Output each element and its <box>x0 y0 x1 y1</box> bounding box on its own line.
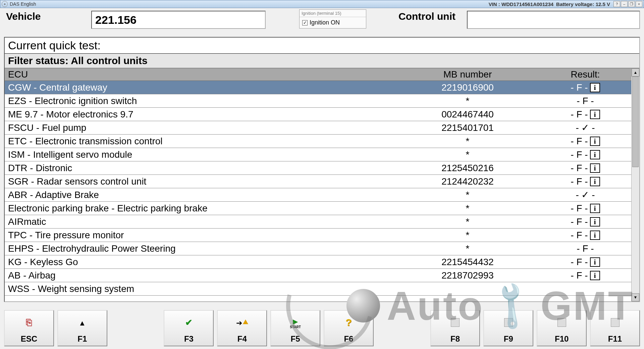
table-row[interactable]: ME 9.7 - Motor electronics 9.70024467440… <box>5 108 639 121</box>
scroll-up-icon[interactable]: ▲ <box>632 68 639 77</box>
mb-number-cell: 2215401701 <box>404 121 531 135</box>
table-row[interactable]: AB - Airbag2218702993- F -i <box>5 269 639 282</box>
col-header-mb[interactable]: MB number <box>404 68 531 81</box>
function-key-bar: ⎘ESCF1F3F4STARTF5F6F8F9F10F11 <box>4 310 640 346</box>
result-cell: - F -i <box>531 215 639 229</box>
fkey-f9[interactable]: F9 <box>483 310 533 346</box>
result-cell: - F -i <box>531 135 639 148</box>
mb-number-cell: * <box>404 148 531 161</box>
table-row[interactable]: Electronic parking brake - Electric park… <box>5 202 639 215</box>
table-header-row: ECU MB number Result: <box>5 68 639 81</box>
fkey-f11[interactable]: F11 <box>590 310 640 346</box>
table-row[interactable]: EHPS - Electrohydraulic Power Steering*-… <box>5 242 639 255</box>
mb-number-cell: * <box>404 215 531 229</box>
fkey-label: F9 <box>504 334 513 344</box>
scroll-down-icon[interactable]: ▼ <box>632 293 639 301</box>
mb-number-cell: 2125450216 <box>404 161 531 175</box>
app-name: DAS English <box>10 1 36 7</box>
vin-label: VIN : WDD1714561A001234 <box>489 1 553 7</box>
info-icon[interactable]: i <box>590 177 600 186</box>
ecu-name-cell: ME 9.7 - Motor electronics 9.7 <box>5 108 404 121</box>
table-row[interactable]: SGR - Radar sensors control unit21244202… <box>5 175 639 188</box>
vehicle-input[interactable]: 221.156 <box>91 11 266 29</box>
result-cell: - F -i <box>531 202 639 215</box>
col-header-ecu[interactable]: ECU <box>5 68 404 81</box>
minimize-button[interactable]: – <box>621 1 628 7</box>
table-row[interactable]: KG - Keyless Go2215454432- F -i <box>5 255 639 269</box>
ecu-table: ECU MB number Result: CGW - Central gate… <box>5 68 639 296</box>
result-text: - ✓ - <box>576 189 595 200</box>
result-text: - F - <box>571 82 588 93</box>
result-cell <box>531 282 639 296</box>
result-text: - F - <box>571 257 588 267</box>
fkey-f4[interactable]: F4 <box>217 310 267 346</box>
info-icon[interactable]: i <box>590 137 600 146</box>
ecu-name-cell: EHPS - Electrohydraulic Power Steering <box>5 242 404 255</box>
maximize-button[interactable]: ❐ <box>628 1 635 7</box>
info-icon[interactable]: i <box>590 217 600 227</box>
control-unit-input[interactable] <box>467 11 640 29</box>
fkey-f10[interactable]: F10 <box>537 310 587 346</box>
mb-number-cell: * <box>404 135 531 148</box>
table-row[interactable]: ISM - Intelligent servo module*- F -i <box>5 148 639 161</box>
result-text: - F - <box>571 109 588 120</box>
result-text: - F - <box>571 230 588 241</box>
info-icon[interactable]: i <box>590 257 600 267</box>
scroll-thumb[interactable] <box>632 77 639 167</box>
info-icon[interactable]: i <box>590 150 600 159</box>
panel-title: Current quick test: <box>5 38 639 54</box>
fkey-label: ESC <box>21 334 37 344</box>
result-cell: - F -i <box>531 175 639 188</box>
info-icon[interactable]: i <box>590 163 600 173</box>
fkey-esc[interactable]: ⎘ESC <box>4 310 54 346</box>
table-row[interactable]: CGW - Central gateway2219016900- F -i <box>5 81 639 94</box>
help-icon <box>345 317 352 328</box>
table-row[interactable]: ABR - Adaptive Brake*- ✓ - <box>5 188 639 202</box>
ignition-box: Ignition (terminal 15) ✓ Ignition ON <box>299 9 366 29</box>
fkey-f1[interactable]: F1 <box>57 310 107 346</box>
info-icon[interactable]: i <box>590 271 600 280</box>
ecu-name-cell: DTR - Distronic <box>5 161 404 175</box>
info-icon[interactable]: i <box>590 83 600 92</box>
result-cell: - F -i <box>531 255 639 269</box>
result-cell: - ✓ - <box>531 121 639 135</box>
result-text: - F - <box>577 243 594 254</box>
table-row[interactable]: TPC - Tire pressure monitor*- F -i <box>5 229 639 242</box>
info-icon[interactable]: i <box>590 231 600 240</box>
info-icon[interactable]: i <box>590 204 600 213</box>
mb-number-cell: * <box>404 188 531 202</box>
table-row[interactable]: WSS - Weight sensing system <box>5 282 639 296</box>
battery-label: Battery voltage: 12.5 V <box>556 1 610 7</box>
fkey-f5[interactable]: STARTF5 <box>270 310 320 346</box>
fkey-label: F6 <box>344 334 353 344</box>
fkey-label: F4 <box>237 334 247 344</box>
table-row[interactable]: AIRmatic*- F -i <box>5 215 639 229</box>
table-row[interactable]: EZS - Electronic ignition switch*- F - <box>5 94 639 108</box>
ecu-name-cell: SGR - Radar sensors control unit <box>5 175 404 188</box>
result-text: - F - <box>571 163 588 173</box>
table-row[interactable]: ETC - Electronic transmission control*- … <box>5 135 639 148</box>
table-row[interactable]: DTR - Distronic2125450216- F -i <box>5 161 639 175</box>
fkey-label: F11 <box>608 334 622 344</box>
control-unit-label: Control unit <box>396 11 467 22</box>
ecu-name-cell: Electronic parking brake - Electric park… <box>5 202 404 215</box>
ignition-checkbox[interactable]: ✓ <box>302 20 308 26</box>
quick-test-panel: Current quick test: Filter status: All c… <box>4 37 640 302</box>
ignition-value: Ignition ON <box>310 19 340 26</box>
col-header-result[interactable]: Result: <box>531 68 639 81</box>
result-text: - ✓ - <box>576 122 595 133</box>
scrollbar[interactable]: ▲ ▼ <box>631 68 639 301</box>
result-cell: - F -i <box>531 161 639 175</box>
fkey-f8[interactable]: F8 <box>430 310 480 346</box>
ecu-name-cell: ABR - Adaptive Brake <box>5 188 404 202</box>
info-icon[interactable]: i <box>590 110 600 119</box>
help-button[interactable]: ? <box>613 1 620 7</box>
table-row[interactable]: FSCU - Fuel pump2215401701- ✓ - <box>5 121 639 135</box>
generic-icon <box>504 318 513 327</box>
result-cell: - F - <box>531 242 639 255</box>
fkey-f3[interactable]: F3 <box>164 310 214 346</box>
fkey-f6[interactable]: F6 <box>324 310 374 346</box>
up-arrow-icon <box>78 317 86 328</box>
mb-number-cell: * <box>404 229 531 242</box>
close-button[interactable]: × <box>636 1 642 7</box>
